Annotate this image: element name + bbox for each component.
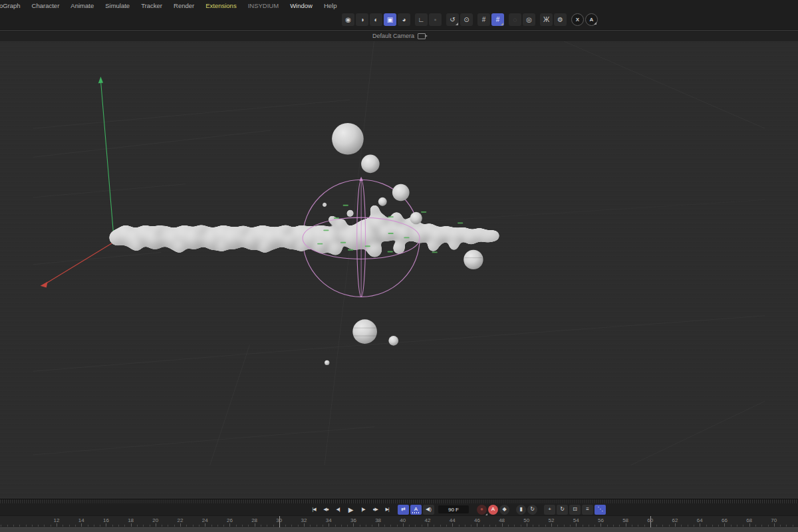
frame-tick xyxy=(409,525,410,527)
frame-tick xyxy=(619,525,620,527)
workplane-gear-icon[interactable]: ⚙ xyxy=(554,13,567,26)
frame-tick xyxy=(564,525,565,527)
goto-start-button[interactable]: |◀ xyxy=(309,505,319,514)
frame-tick-major xyxy=(304,523,305,527)
frame-tick xyxy=(13,525,14,527)
frame-tick xyxy=(415,525,416,527)
prev-key-button[interactable]: ◀● xyxy=(321,505,331,514)
target-icon[interactable]: ◎ xyxy=(523,13,535,26)
scale-handles-button[interactable]: ⊡ xyxy=(569,505,581,515)
menu-item-help[interactable]: Help xyxy=(324,2,337,9)
frame-tick xyxy=(390,525,391,527)
frame-tick xyxy=(483,525,484,527)
next-frame-button[interactable]: |▶ xyxy=(358,505,368,514)
keyframe-selection-button[interactable]: ◆ xyxy=(499,505,509,515)
frame-tick xyxy=(88,525,88,527)
menu-item-window[interactable]: Window xyxy=(290,2,313,9)
frame-tick xyxy=(323,525,323,527)
menu-item-tracker[interactable]: Tracker xyxy=(141,2,162,9)
frame-label: 42 xyxy=(425,517,431,523)
record-rotation-button[interactable]: ↻ xyxy=(527,505,537,515)
plane-tool-icon[interactable]: ▪ xyxy=(429,13,442,26)
cinema4d-window: MoGraphCharacterAnimateSimulateTrackerRe… xyxy=(0,0,798,532)
sound-button[interactable]: ◀) xyxy=(423,505,434,515)
current-frame-field[interactable]: 90 F xyxy=(438,505,469,513)
grid-icon[interactable]: # xyxy=(477,13,490,26)
frame-label: 32 xyxy=(301,517,307,523)
frame-tick xyxy=(718,525,719,527)
menu-item-insydium[interactable]: INSYDIUM xyxy=(248,2,279,9)
frame-label: 50 xyxy=(523,517,529,523)
timeline-scrollbar[interactable] xyxy=(0,527,798,532)
frame-tick xyxy=(495,525,496,527)
frame-tick-major xyxy=(403,523,404,527)
menu-item-extensions[interactable]: Extensions xyxy=(205,2,236,9)
rotate-handles-button[interactable]: ↻ xyxy=(557,505,568,515)
second-mark xyxy=(279,516,280,528)
record-position-button[interactable]: ▮ xyxy=(516,505,526,515)
prev-frame-button[interactable]: ◀| xyxy=(332,505,343,514)
scene-svg[interactable] xyxy=(0,41,798,499)
snap-grid-icon[interactable]: # xyxy=(491,13,504,26)
frame-tick-major xyxy=(205,523,205,527)
frame-tick xyxy=(768,525,769,527)
axis-center-icon[interactable]: ⊙ xyxy=(460,13,473,26)
record-keyframe-button[interactable]: ● xyxy=(477,505,487,515)
frame-tick xyxy=(761,525,762,527)
coordinate-system-icon[interactable]: ↺ xyxy=(446,13,459,26)
sphere-shaded-icon[interactable]: ◐ xyxy=(370,13,382,26)
play-mode-button[interactable]: A xyxy=(410,505,422,515)
camera-label[interactable]: Default Camera xyxy=(372,33,414,39)
autokey-button[interactable]: A xyxy=(488,505,498,515)
frame-tick xyxy=(298,525,299,527)
menu-item-simulate[interactable]: Simulate xyxy=(105,2,130,9)
fused-a-logo-icon[interactable]: A xyxy=(585,13,598,26)
move-handles-button[interactable]: + xyxy=(544,505,555,515)
frame-tick xyxy=(335,525,336,527)
camera-icon[interactable] xyxy=(418,33,426,39)
snap-settings-button[interactable]: ⋱ xyxy=(595,505,606,515)
disabled-circle-icon[interactable]: ◌ xyxy=(509,13,521,26)
cube-tool-icon[interactable]: ▣ xyxy=(384,13,396,26)
sphere-dot-icon[interactable]: ◉ xyxy=(342,13,354,26)
play-button[interactable]: ▶ xyxy=(344,505,356,514)
menu-item-render[interactable]: Render xyxy=(174,2,194,9)
loop-playback-button[interactable]: ⇄ xyxy=(398,505,409,515)
frame-tick xyxy=(613,525,614,527)
layers-button[interactable]: ≡ xyxy=(582,505,593,515)
frame-label: 40 xyxy=(400,517,406,523)
frame-tick-major xyxy=(329,523,329,527)
frame-tick-major xyxy=(600,523,601,527)
sphere-split-icon[interactable]: ◑ xyxy=(356,13,368,26)
frame-label: 66 xyxy=(722,517,728,523)
frame-tick xyxy=(669,525,670,527)
frame-tick xyxy=(63,525,63,527)
frame-tick xyxy=(75,525,76,527)
menu-bar: MoGraphCharacterAnimateSimulateTrackerRe… xyxy=(0,0,798,11)
frame-label: 48 xyxy=(499,517,505,523)
xparticles-butterfly-icon[interactable]: Ж xyxy=(540,13,553,26)
frame-label: 58 xyxy=(622,517,628,523)
frame-tick-major xyxy=(551,523,552,527)
frame-tick xyxy=(360,525,360,527)
menu-item-animate[interactable]: Animate xyxy=(70,2,94,9)
frame-tick xyxy=(267,525,267,527)
axis-tool-icon[interactable]: ∟ xyxy=(415,13,428,26)
insydium-logo-icon[interactable]: X xyxy=(571,13,584,26)
frame-tick xyxy=(44,525,45,527)
next-key-button[interactable]: ●▶ xyxy=(370,505,380,514)
frame-tick xyxy=(291,525,292,527)
menu-item-character[interactable]: Character xyxy=(32,2,60,9)
frame-tick xyxy=(397,525,398,527)
sphere-quarter-icon[interactable]: ◕ xyxy=(398,13,410,26)
goto-end-button[interactable]: ▶| xyxy=(382,505,392,514)
timeline-ruler[interactable]: 1214161820222426283032343638404244464850… xyxy=(0,515,798,528)
viewport-canvas[interactable] xyxy=(0,41,798,499)
frame-tick xyxy=(583,525,583,527)
frame-tick xyxy=(261,525,261,527)
frame-tick xyxy=(248,525,249,527)
frame-tick-major xyxy=(774,523,775,527)
frame-tick xyxy=(737,525,737,527)
menu-item-mograph[interactable]: MoGraph xyxy=(0,2,21,9)
frame-tick-major xyxy=(502,523,503,527)
